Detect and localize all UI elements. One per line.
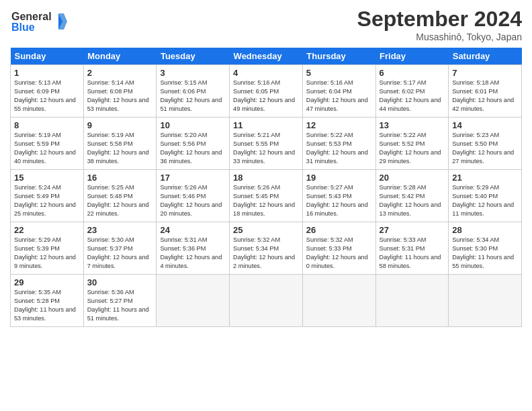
calendar-cell: 11Sunrise: 5:21 AMSunset: 5:55 PMDayligh… <box>230 118 303 170</box>
calendar-cell: 1Sunrise: 5:13 AMSunset: 6:09 PMDaylight… <box>11 65 84 118</box>
day-info: Sunrise: 5:15 AMSunset: 6:06 PMDaylight:… <box>160 79 226 113</box>
col-saturday: Saturday <box>449 48 522 65</box>
calendar-table: Sunday Monday Tuesday Wednesday Thursday… <box>10 48 522 327</box>
day-number: 23 <box>87 225 153 235</box>
calendar-cell <box>449 275 522 327</box>
col-sunday: Sunday <box>11 48 84 65</box>
day-info: Sunrise: 5:22 AMSunset: 5:53 PMDaylight:… <box>306 131 372 166</box>
day-number: 4 <box>233 68 299 78</box>
day-info: Sunrise: 5:26 AMSunset: 5:46 PMDaylight:… <box>160 183 226 218</box>
day-info: Sunrise: 5:32 AMSunset: 5:34 PMDaylight:… <box>233 236 299 271</box>
day-number: 3 <box>160 68 226 78</box>
calendar-header: General Blue September 2024 Musashinō, T… <box>10 7 522 42</box>
day-info: Sunrise: 5:19 AMSunset: 5:59 PMDaylight:… <box>14 131 80 166</box>
day-number: 19 <box>306 173 372 183</box>
day-info: Sunrise: 5:32 AMSunset: 5:33 PMDaylight:… <box>306 236 372 271</box>
day-info: Sunrise: 5:25 AMSunset: 5:48 PMDaylight:… <box>87 183 153 218</box>
calendar-row: 1Sunrise: 5:13 AMSunset: 6:09 PMDaylight… <box>11 65 522 118</box>
day-number: 16 <box>87 173 153 183</box>
day-number: 7 <box>452 68 518 78</box>
calendar-cell: 24Sunrise: 5:31 AMSunset: 5:36 PMDayligh… <box>157 222 230 275</box>
calendar-cell: 4Sunrise: 5:16 AMSunset: 6:05 PMDaylight… <box>230 65 303 118</box>
day-info: Sunrise: 5:27 AMSunset: 5:43 PMDaylight:… <box>306 183 372 218</box>
calendar-row: 8Sunrise: 5:19 AMSunset: 5:59 PMDaylight… <box>11 118 522 170</box>
day-number: 15 <box>14 173 80 183</box>
calendar-cell: 2Sunrise: 5:14 AMSunset: 6:08 PMDaylight… <box>83 65 157 118</box>
day-number: 28 <box>452 225 518 235</box>
day-number: 11 <box>233 120 299 130</box>
calendar-cell: 9Sunrise: 5:19 AMSunset: 5:58 PMDaylight… <box>83 118 157 170</box>
day-number: 5 <box>306 68 372 78</box>
day-info: Sunrise: 5:19 AMSunset: 5:58 PMDaylight:… <box>87 131 153 166</box>
day-number: 21 <box>452 173 518 183</box>
day-number: 9 <box>87 120 153 130</box>
col-wednesday: Wednesday <box>230 48 303 65</box>
calendar-cell: 23Sunrise: 5:30 AMSunset: 5:37 PMDayligh… <box>83 222 157 275</box>
day-number: 22 <box>14 225 80 235</box>
calendar-cell: 18Sunrise: 5:26 AMSunset: 5:45 PMDayligh… <box>230 170 303 222</box>
calendar-cell: 20Sunrise: 5:28 AMSunset: 5:42 PMDayligh… <box>375 170 449 222</box>
day-info: Sunrise: 5:28 AMSunset: 5:42 PMDaylight:… <box>380 183 445 218</box>
calendar-cell <box>157 275 230 327</box>
day-number: 1 <box>14 68 80 78</box>
day-number: 18 <box>233 173 299 183</box>
calendar-row: 22Sunrise: 5:29 AMSunset: 5:39 PMDayligh… <box>11 222 522 275</box>
calendar-cell: 17Sunrise: 5:26 AMSunset: 5:46 PMDayligh… <box>157 170 230 222</box>
day-number: 2 <box>87 68 153 78</box>
calendar-cell: 6Sunrise: 5:17 AMSunset: 6:02 PMDaylight… <box>375 65 449 118</box>
day-number: 30 <box>87 277 153 287</box>
calendar-cell: 26Sunrise: 5:32 AMSunset: 5:33 PMDayligh… <box>302 222 375 275</box>
calendar-cell <box>302 275 375 327</box>
day-info: Sunrise: 5:35 AMSunset: 5:28 PMDaylight:… <box>14 288 80 323</box>
day-info: Sunrise: 5:23 AMSunset: 5:50 PMDaylight:… <box>452 131 518 166</box>
col-tuesday: Tuesday <box>157 48 230 65</box>
calendar-cell: 28Sunrise: 5:34 AMSunset: 5:30 PMDayligh… <box>449 222 522 275</box>
day-number: 17 <box>160 173 226 183</box>
calendar-cell <box>375 275 449 327</box>
day-info: Sunrise: 5:16 AMSunset: 6:04 PMDaylight:… <box>306 79 372 113</box>
calendar-cell: 7Sunrise: 5:18 AMSunset: 6:01 PMDaylight… <box>449 65 522 118</box>
calendar-cell: 3Sunrise: 5:15 AMSunset: 6:06 PMDaylight… <box>157 65 230 118</box>
day-number: 12 <box>306 120 372 130</box>
calendar-cell: 15Sunrise: 5:24 AMSunset: 5:49 PMDayligh… <box>11 170 84 222</box>
day-number: 24 <box>160 225 226 235</box>
header-row: Sunday Monday Tuesday Wednesday Thursday… <box>11 48 522 65</box>
day-number: 14 <box>452 120 518 130</box>
col-thursday: Thursday <box>302 48 375 65</box>
title-block: September 2024 Musashinō, Tokyo, Japan <box>357 7 522 42</box>
calendar-row: 15Sunrise: 5:24 AMSunset: 5:49 PMDayligh… <box>11 170 522 222</box>
day-info: Sunrise: 5:30 AMSunset: 5:37 PMDaylight:… <box>87 236 153 271</box>
calendar-cell: 16Sunrise: 5:25 AMSunset: 5:48 PMDayligh… <box>83 170 157 222</box>
logo-icon: General Blue <box>10 7 71 37</box>
day-number: 20 <box>380 173 445 183</box>
calendar-cell: 14Sunrise: 5:23 AMSunset: 5:50 PMDayligh… <box>449 118 522 170</box>
day-info: Sunrise: 5:18 AMSunset: 6:01 PMDaylight:… <box>452 79 518 113</box>
col-monday: Monday <box>83 48 157 65</box>
calendar-cell: 10Sunrise: 5:20 AMSunset: 5:56 PMDayligh… <box>157 118 230 170</box>
calendar-cell: 30Sunrise: 5:36 AMSunset: 5:27 PMDayligh… <box>83 275 157 327</box>
svg-text:Blue: Blue <box>11 21 35 33</box>
day-info: Sunrise: 5:13 AMSunset: 6:09 PMDaylight:… <box>14 79 80 113</box>
day-info: Sunrise: 5:21 AMSunset: 5:55 PMDaylight:… <box>233 131 299 166</box>
day-number: 6 <box>380 68 445 78</box>
day-number: 29 <box>14 277 80 287</box>
day-number: 27 <box>380 225 445 235</box>
day-info: Sunrise: 5:17 AMSunset: 6:02 PMDaylight:… <box>380 79 445 113</box>
calendar-cell: 19Sunrise: 5:27 AMSunset: 5:43 PMDayligh… <box>302 170 375 222</box>
month-title: September 2024 <box>357 7 522 32</box>
day-info: Sunrise: 5:16 AMSunset: 6:05 PMDaylight:… <box>233 79 299 113</box>
day-info: Sunrise: 5:14 AMSunset: 6:08 PMDaylight:… <box>87 79 153 113</box>
day-info: Sunrise: 5:31 AMSunset: 5:36 PMDaylight:… <box>160 236 226 271</box>
day-number: 25 <box>233 225 299 235</box>
calendar-cell: 8Sunrise: 5:19 AMSunset: 5:59 PMDaylight… <box>11 118 84 170</box>
day-number: 8 <box>14 120 80 130</box>
calendar-cell: 5Sunrise: 5:16 AMSunset: 6:04 PMDaylight… <box>302 65 375 118</box>
calendar-cell: 21Sunrise: 5:29 AMSunset: 5:40 PMDayligh… <box>449 170 522 222</box>
day-info: Sunrise: 5:20 AMSunset: 5:56 PMDaylight:… <box>160 131 226 166</box>
calendar-cell: 29Sunrise: 5:35 AMSunset: 5:28 PMDayligh… <box>11 275 84 327</box>
day-number: 10 <box>160 120 226 130</box>
day-info: Sunrise: 5:22 AMSunset: 5:52 PMDaylight:… <box>380 131 445 166</box>
day-info: Sunrise: 5:36 AMSunset: 5:27 PMDaylight:… <box>87 288 153 323</box>
day-number: 26 <box>306 225 372 235</box>
location: Musashinō, Tokyo, Japan <box>357 32 522 42</box>
